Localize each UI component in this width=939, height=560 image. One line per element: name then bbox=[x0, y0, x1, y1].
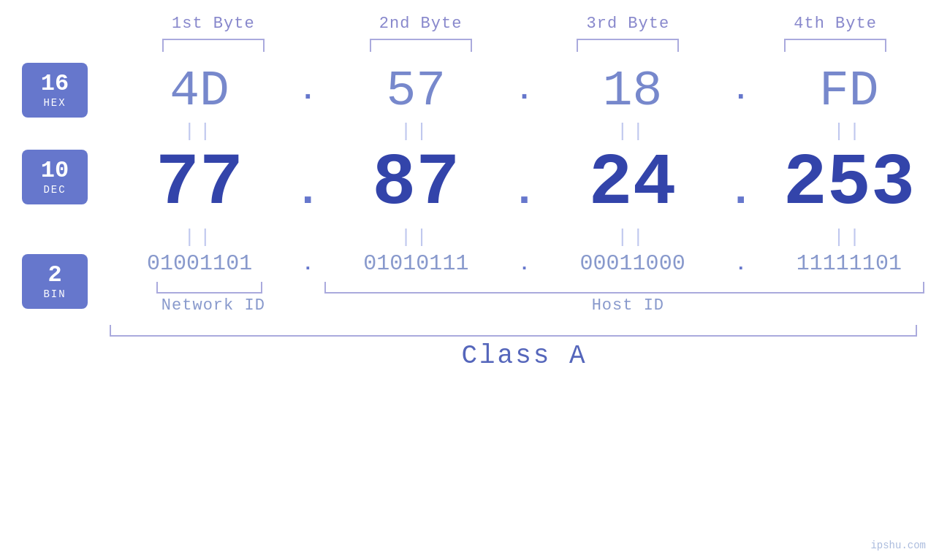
hex-values-row: 4D . 57 . 18 . FD bbox=[0, 63, 939, 119]
pipe2-b2: || bbox=[326, 226, 506, 248]
watermark: ipshu.com bbox=[870, 540, 926, 551]
byte2-header: 2nd Byte bbox=[317, 15, 525, 33]
byte3-header: 3rd Byte bbox=[525, 15, 732, 33]
dec-dot3: . bbox=[723, 166, 759, 216]
bracket-top-1 bbox=[110, 39, 317, 52]
top-bracket-row bbox=[0, 39, 939, 52]
hex-dot2: . bbox=[506, 74, 543, 107]
bin-dot1: . bbox=[289, 253, 326, 275]
bin-badge-label: BIN bbox=[43, 288, 66, 300]
class-a-label: Class A bbox=[461, 341, 587, 371]
dec-b2: 87 bbox=[326, 142, 506, 225]
hex-badge: 16 HEX bbox=[22, 63, 88, 118]
hex-b4: FD bbox=[759, 63, 939, 119]
bin-b1: 01001101 bbox=[110, 251, 289, 276]
bin-dot2: . bbox=[506, 253, 543, 275]
bin-b2: 01010111 bbox=[326, 251, 506, 276]
hex-b3: 18 bbox=[543, 63, 723, 119]
dec-badge-label: DEC bbox=[43, 184, 66, 196]
network-id-label: Network ID bbox=[110, 296, 317, 315]
class-bracket bbox=[110, 325, 917, 337]
hex-badge-num: 16 bbox=[41, 72, 69, 96]
bin-b3: 00011000 bbox=[543, 251, 723, 276]
hex-badge-label: HEX bbox=[43, 97, 66, 109]
bin-badge: 2 BIN bbox=[22, 254, 88, 309]
bin-row-container: 2 BIN 01001101 . 01010111 . 00011000 . 1… bbox=[0, 248, 939, 276]
hex-b1: 4D bbox=[110, 63, 289, 119]
dec-b1: 77 bbox=[110, 142, 289, 225]
pipe2-b1: || bbox=[110, 226, 289, 248]
pipe1-b4: || bbox=[759, 120, 939, 142]
bracket-top-2 bbox=[317, 39, 525, 52]
hex-row-container: 16 HEX 4D . 57 . 18 . FD bbox=[0, 52, 939, 119]
byte4-header: 4th Byte bbox=[731, 15, 939, 33]
bracket-top-4 bbox=[731, 39, 939, 52]
dec-values-row: 77 . 87 . 24 . 253 bbox=[0, 142, 939, 225]
pipe1-b3: || bbox=[543, 120, 723, 142]
class-label-row: Class A bbox=[0, 341, 939, 371]
pipe1-b2: || bbox=[326, 120, 506, 142]
bracket-line-top-3 bbox=[577, 39, 679, 52]
byte1-header: 1st Byte bbox=[110, 15, 317, 33]
bracket-line-top-2 bbox=[370, 39, 472, 52]
dec-dot2: . bbox=[506, 166, 543, 216]
class-bracket-row bbox=[0, 325, 939, 337]
network-bracket bbox=[156, 282, 262, 294]
bin-b4: 11111101 bbox=[759, 251, 939, 276]
bracket-line-top-1 bbox=[162, 39, 265, 52]
bin-values-row: 01001101 . 01010111 . 00011000 . 1111110… bbox=[0, 251, 939, 276]
pipe-row-1: || || || || bbox=[0, 120, 939, 142]
pipe-row-2: || || || || bbox=[0, 226, 939, 248]
hex-b2: 57 bbox=[326, 63, 506, 119]
id-labels-row: Network ID Host ID bbox=[0, 296, 939, 315]
host-bracket bbox=[324, 282, 924, 294]
pipe2-b3: || bbox=[543, 226, 723, 248]
dec-dot1: . bbox=[289, 166, 326, 216]
bracket-line-top-4 bbox=[784, 39, 886, 52]
dec-row-container: 10 DEC 77 . 87 . 24 . 253 bbox=[0, 142, 939, 225]
dec-badge-num: 10 bbox=[41, 159, 69, 183]
network-bracket-cell bbox=[110, 282, 310, 294]
pipe2-b4: || bbox=[759, 226, 939, 248]
dec-b4: 253 bbox=[759, 142, 939, 225]
bin-badge-num: 2 bbox=[47, 264, 61, 287]
bottom-brackets-row bbox=[0, 282, 939, 294]
bracket-top-3 bbox=[525, 39, 732, 52]
hex-dot3: . bbox=[723, 74, 759, 107]
pipe1-b1: || bbox=[110, 120, 289, 142]
hex-dot1: . bbox=[289, 74, 326, 107]
main-container: 1st Byte 2nd Byte 3rd Byte 4th Byte 16 H… bbox=[0, 0, 939, 560]
dec-badge: 10 DEC bbox=[22, 150, 88, 204]
host-bracket-cell bbox=[310, 282, 939, 294]
byte-headers: 1st Byte 2nd Byte 3rd Byte 4th Byte bbox=[0, 15, 939, 33]
host-id-label: Host ID bbox=[317, 296, 939, 315]
dec-b3: 24 bbox=[543, 142, 723, 225]
bin-dot3: . bbox=[723, 253, 759, 275]
